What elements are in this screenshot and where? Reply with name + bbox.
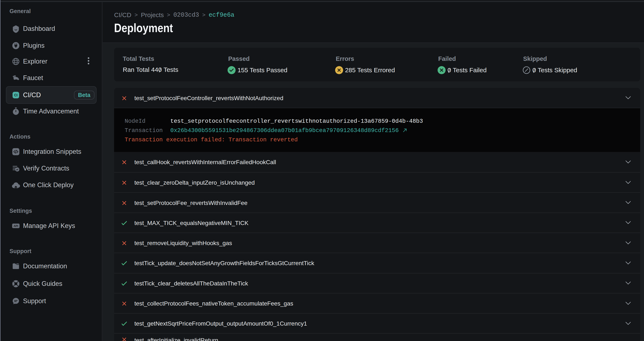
svg-text:CI: CI bbox=[14, 93, 18, 97]
svg-text:API: API bbox=[14, 224, 18, 228]
